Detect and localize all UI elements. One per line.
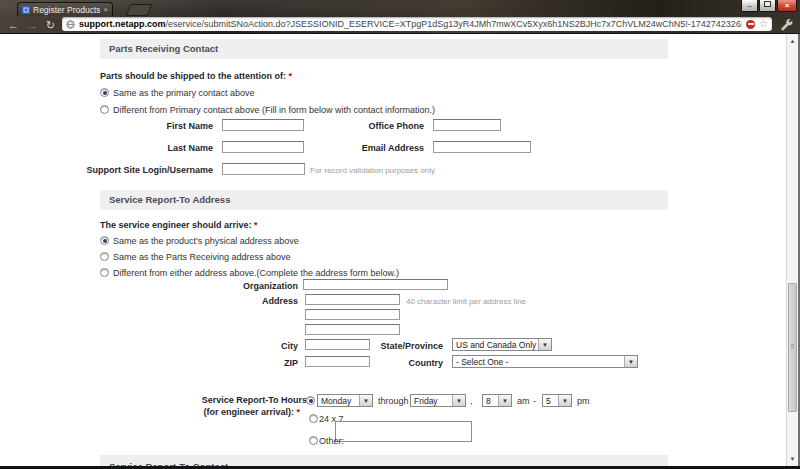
chevron-down-icon: ▼ <box>558 395 571 406</box>
window-close-button[interactable]: × <box>777 0 797 12</box>
window-controls: – × <box>741 0 797 12</box>
wrench-menu-icon[interactable] <box>780 19 794 32</box>
window-minimize-button[interactable]: – <box>741 0 758 12</box>
page-content: Parts Receiving Contact Parts should be … <box>0 34 786 466</box>
radio-hours-weekday-range[interactable] <box>306 396 315 405</box>
browser-tab[interactable]: Register Products × <box>17 2 113 16</box>
chevron-down-icon: ▼ <box>359 395 372 406</box>
scrollbar-thumb[interactable] <box>788 283 797 412</box>
day-to-select[interactable]: Friday ▼ <box>410 394 466 407</box>
radio-label: Different from either address above.(Com… <box>113 268 399 278</box>
back-icon[interactable]: ← <box>8 18 19 32</box>
scroll-down-icon[interactable]: ▼ <box>787 453 798 465</box>
first-name-label: First Name <box>166 121 213 131</box>
state-province-select[interactable]: US and Canada Only ▼ <box>452 338 552 351</box>
address-line2-field[interactable] <box>305 309 400 320</box>
window-restore-button[interactable] <box>759 0 776 12</box>
bookmark-star-icon[interactable]: ☆ <box>759 19 768 29</box>
day-from-select[interactable]: Monday ▼ <box>317 394 373 407</box>
service-question: The service engineer should arrive: * <box>100 220 258 230</box>
url-path: /eservice/submitSNoAction.do?JSESSIONID_… <box>166 19 743 29</box>
address-bar[interactable]: support.netapp.com/eservice/submitSNoAct… <box>62 17 772 31</box>
blocked-content-icon[interactable] <box>746 20 755 29</box>
hour-to-select[interactable]: 5 ▼ <box>542 394 572 407</box>
screen: Register Products × – × ← → ↻ support.ne… <box>0 0 800 469</box>
radio-label: Same as the Parts Receiving address abov… <box>113 252 291 262</box>
restore-icon <box>764 1 771 7</box>
forward-icon[interactable]: → <box>27 18 38 32</box>
first-name-field[interactable] <box>222 119 304 131</box>
hour-from-select[interactable]: 8 ▼ <box>482 394 512 407</box>
hours-label: Service Report-To Hours <box>202 395 307 405</box>
address-label: Address <box>262 296 298 306</box>
city-field[interactable] <box>305 339 370 350</box>
globe-icon <box>66 20 75 29</box>
radio-label: Same as the product's physical address a… <box>113 236 299 246</box>
other-hours-textarea[interactable] <box>335 421 472 442</box>
support-login-label: Support Site Login/Username <box>86 165 213 175</box>
last-name-field[interactable] <box>222 141 304 153</box>
state-province-label: State/Province <box>380 341 443 351</box>
address-note: 40 character limit per address line <box>406 297 526 306</box>
radio-hours-other[interactable] <box>309 436 318 445</box>
chevron-down-icon: ▼ <box>538 339 551 350</box>
parts-question: Parts should be shipped to the attention… <box>100 71 292 81</box>
pm-text: pm <box>577 396 590 406</box>
section-header-parts-receiving: Parts Receiving Contact <box>100 39 668 59</box>
email-address-field[interactable] <box>433 141 531 153</box>
chevron-down-icon: ▼ <box>624 356 637 367</box>
scroll-up-icon[interactable]: ▲ <box>787 35 798 47</box>
support-login-note: For record validation purposes only <box>310 166 435 175</box>
required-asterisk: * <box>289 71 293 81</box>
tab-favicon-icon <box>22 6 30 14</box>
support-login-field[interactable] <box>222 163 305 175</box>
section-header-service-address: Service Report-To Address <box>100 190 668 210</box>
required-asterisk: * <box>296 407 300 417</box>
vertical-scrollbar[interactable]: ▲ ▼ <box>786 34 798 466</box>
zip-field[interactable] <box>305 356 370 367</box>
last-name-label: Last Name <box>167 143 213 153</box>
chevron-down-icon: ▼ <box>498 395 511 406</box>
radio-service-product-address[interactable] <box>100 236 109 245</box>
reload-icon[interactable]: ↻ <box>46 18 55 32</box>
organization-field[interactable] <box>303 279 448 290</box>
address-line3-field[interactable] <box>305 324 400 335</box>
city-label: City <box>281 341 298 351</box>
section-header-service-contact: Service Report-To Contact <box>100 455 668 466</box>
radio-parts-same-as-primary[interactable] <box>100 88 109 97</box>
tab-title: Register Products <box>33 5 100 15</box>
tab-close-icon[interactable]: × <box>103 6 108 14</box>
required-asterisk: * <box>254 220 258 230</box>
zip-label: ZIP <box>284 358 298 368</box>
new-tab-button[interactable] <box>125 4 152 16</box>
organization-label: Organization <box>243 281 298 291</box>
radio-parts-different-contact[interactable] <box>100 105 109 114</box>
address-line1-field[interactable] <box>305 294 400 305</box>
radio-hours-24x7[interactable] <box>309 414 318 423</box>
email-address-label: Email Address <box>362 143 424 153</box>
hours-sublabel: (for engineer arrival): * <box>203 407 300 417</box>
dash-text: - <box>533 396 536 406</box>
browser-chrome: Register Products × – × ← → ↻ support.ne… <box>0 0 800 34</box>
office-phone-label: Office Phone <box>368 121 424 131</box>
through-text: through <box>378 396 409 406</box>
url-text: support.netapp.com/eservice/submitSNoAct… <box>79 19 742 29</box>
office-phone-field[interactable] <box>433 119 501 131</box>
radio-service-parts-address[interactable] <box>100 252 109 261</box>
am-text: am <box>517 396 530 406</box>
comma-text: , <box>470 396 473 406</box>
country-label: Country <box>409 358 444 368</box>
radio-label: Different from Primary contact above (Fi… <box>113 105 435 115</box>
chevron-down-icon: ▼ <box>452 395 465 406</box>
radio-service-different-address[interactable] <box>100 268 109 277</box>
country-select[interactable]: - Select One - ▼ <box>452 355 638 368</box>
radio-label: Same as the primary contact above <box>113 88 255 98</box>
radio-label: Other: <box>319 436 344 446</box>
url-domain: support.netapp.com <box>79 19 166 29</box>
